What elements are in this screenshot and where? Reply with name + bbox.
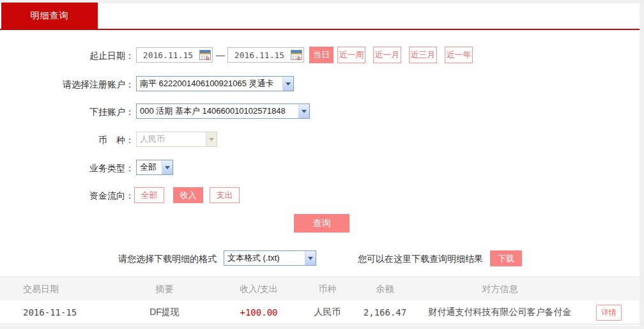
chevron-down-icon[interactable]: [298, 104, 309, 118]
quick-range-today-button[interactable]: 当日: [309, 47, 334, 63]
cell-summary: DF提现: [150, 307, 180, 318]
fund-flow-label: 资金流向：: [0, 188, 134, 203]
header-currency: 币种: [319, 284, 337, 295]
end-date-input[interactable]: 2016.11.15: [227, 47, 304, 63]
query-button[interactable]: 查询: [294, 214, 349, 233]
chevron-down-icon[interactable]: [282, 77, 293, 91]
chevron-down-icon: [206, 132, 217, 146]
business-type-select[interactable]: 全部: [136, 160, 173, 175]
start-date-input[interactable]: 2016.11.15: [136, 47, 213, 63]
header-in-out: 收入/支出: [240, 284, 278, 295]
registered-account-label: 请选择注册账户：: [0, 77, 134, 92]
sub-account-select[interactable]: 000 活期 基本户 140660010102571848: [136, 103, 310, 119]
quick-range-week-button[interactable]: 近一周: [337, 47, 365, 63]
fund-flow-income-button[interactable]: 收入: [173, 187, 203, 203]
detail-query-page: 明细查询 起止日期： 2016.11.15 — 2016.11.15: [0, 0, 644, 329]
download-hint-text: 您可以在这里下载查询明细结果: [358, 251, 483, 266]
currency-select: 人民币: [136, 132, 217, 147]
detail-button[interactable]: 详情: [596, 305, 622, 321]
date-range-label: 起止日期：: [0, 48, 134, 63]
business-type-label: 业务类型：: [0, 160, 134, 176]
tab-detail-query[interactable]: 明细查询: [1, 3, 98, 29]
tab-label: 明细查询: [31, 10, 69, 22]
currency-value: 人民币: [137, 132, 206, 146]
calendar-icon[interactable]: [291, 49, 302, 61]
registered-account-value: 南平 6222001406100921065 灵通卡: [137, 77, 282, 91]
cell-amount: +100.00: [240, 307, 277, 318]
calendar-icon[interactable]: [199, 49, 211, 61]
registered-account-select[interactable]: 南平 6222001406100921065 灵通卡: [136, 76, 294, 91]
fund-flow-all-button[interactable]: 全部: [134, 187, 164, 203]
cell-currency: 人民币: [314, 307, 341, 318]
tab-underline: [0, 29, 640, 30]
cell-date: 2016-11-15: [0, 307, 77, 318]
header-date: 交易日期: [0, 284, 59, 295]
chevron-down-icon[interactable]: [162, 160, 172, 174]
fund-flow-expense-button[interactable]: 支出: [210, 187, 240, 203]
sub-account-label: 下挂账户：: [0, 104, 134, 119]
header-balance: 余额: [376, 284, 394, 295]
quick-range-month-button[interactable]: 近一月: [373, 47, 401, 63]
table-header: 交易日期 摘要 收入/支出 币种 余额 对方信息: [0, 277, 640, 301]
quick-range-quarter-button[interactable]: 近三月: [409, 47, 437, 63]
cell-balance: 2,166.47: [364, 307, 406, 318]
cell-counterparty: 财付通支付科技有限公司客户备付金: [429, 307, 572, 318]
table-row: 2016-11-15 DF提现 +100.00 人民币 2,166.47 财付通…: [0, 301, 640, 325]
header-counterparty: 对方信息: [482, 284, 518, 295]
quick-range-year-button[interactable]: 近一年: [445, 47, 473, 63]
download-format-select[interactable]: 文本格式 (.txt): [224, 250, 316, 266]
download-format-label: 请您选择下载明细的格式: [118, 251, 217, 266]
sub-account-value: 000 活期 基本户 140660010102571848: [137, 104, 298, 118]
header-summary: 摘要: [156, 284, 174, 295]
business-type-value: 全部: [137, 160, 162, 174]
date-range-separator: —: [213, 47, 227, 63]
chevron-down-icon[interactable]: [305, 251, 316, 265]
download-button[interactable]: 下载: [490, 250, 522, 266]
end-date-value: 2016.11.15: [228, 50, 291, 60]
start-date-value: 2016.11.15: [137, 50, 199, 60]
download-format-value: 文本格式 (.txt): [224, 251, 305, 265]
currency-label: 币 种：: [0, 132, 134, 148]
